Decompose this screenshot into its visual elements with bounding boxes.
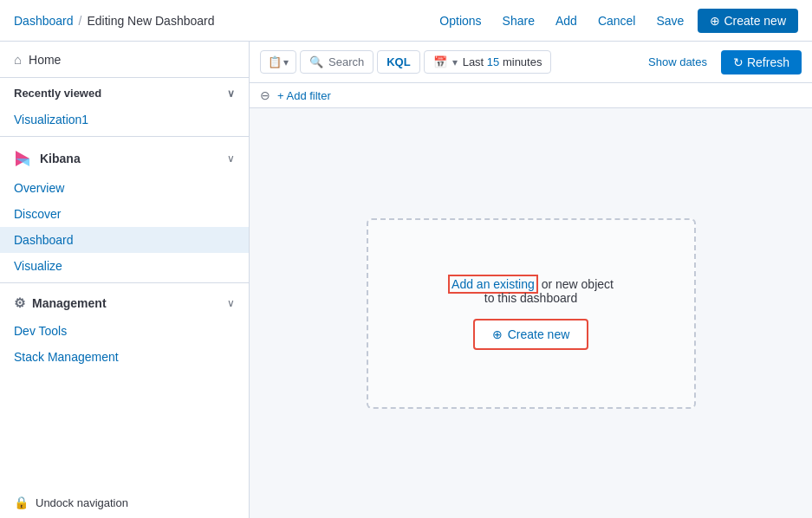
toolbar-left: 📋 ▾ 🔍 Search KQL 📅 ▾ Last 15 minutes [260,50,551,74]
refresh-button[interactable]: ↻ Refresh [721,50,802,74]
kibana-label: Kibana [40,152,81,165]
show-dates-button[interactable]: Show dates [641,55,714,68]
sidebar-item-visualization1[interactable]: Visualization1 [0,107,249,133]
refresh-icon: ↻ [733,55,744,69]
chevron-down-icon-time: ▾ [452,56,458,68]
header-actions: Options Share Add Cancel Save ⊕ Create n… [432,9,798,33]
sidebar: ⌂ Home Recently viewed ∨ Visualization1 … [0,42,250,518]
content-area: 📋 ▾ 🔍 Search KQL 📅 ▾ Last 15 minutes [250,42,812,518]
create-new-panel-button[interactable]: ⊕ Create new [473,319,589,350]
filter-bar: ⊖ + Add filter [250,83,812,108]
search-input-box[interactable]: 🔍 Search [300,50,374,74]
sidebar-home-label: Home [29,53,61,67]
add-button[interactable]: Add [549,9,584,33]
management-section-header[interactable]: ⚙ Management ∨ [0,287,249,318]
sidebar-item-visualize[interactable]: Visualize [0,253,249,279]
calendar-icon: 📅 [433,55,447,68]
recently-viewed-section-header[interactable]: Recently viewed ∨ [0,78,249,107]
create-new-label: Create new [724,14,786,28]
breadcrumb-dashboard-link[interactable]: Dashboard [14,14,74,28]
time-range-picker[interactable]: 📅 ▾ Last 15 minutes [424,50,552,74]
breadcrumb: Dashboard / Editing New Dashboard [14,14,214,28]
lock-icon: 🔒 [14,495,29,509]
kibana-logo-icon [14,149,33,168]
management-title: ⚙ Management [14,295,107,311]
sidebar-item-discover[interactable]: Discover [0,201,249,227]
management-label: Management [32,296,107,310]
time-range-text: Last 15 minutes [463,55,542,68]
create-new-header-button[interactable]: ⊕ Create new [698,9,798,33]
options-button[interactable]: Options [432,9,488,33]
kql-button[interactable]: KQL [377,50,419,74]
plus-circle-icon: ⊕ [492,327,503,341]
or-new-text: or new object [542,277,614,291]
chevron-down-icon-mgmt: ∨ [227,297,235,309]
plus-icon: ⊕ [710,14,720,28]
refresh-label: Refresh [747,55,789,69]
chevron-down-icon-query: ▾ [283,56,289,68]
create-new-panel-label: Create new [508,327,570,341]
save-button[interactable]: Save [649,9,691,33]
to-this-dashboard-text: to this dashboard [484,291,577,305]
empty-dashboard-panel: Add an existing or new object to this da… [367,218,696,409]
filter-icon: ⊖ [260,88,270,102]
toolbar-right: Show dates ↻ Refresh [641,50,802,74]
sidebar-item-stack-management[interactable]: Stack Management [0,344,249,370]
chevron-down-icon: ∨ [227,87,235,100]
query-type-button[interactable]: 📋 ▾ [260,50,296,74]
chevron-down-icon-kibana: ∨ [227,152,235,165]
empty-dashboard-text: Add an existing or new object to this da… [448,277,614,305]
recently-viewed-label: Recently viewed [14,87,101,100]
share-button[interactable]: Share [496,9,542,33]
search-icon: 🔍 [309,55,323,68]
breadcrumb-current: Editing New Dashboard [87,14,214,28]
breadcrumb-separator: / [79,14,82,28]
top-header: Dashboard / Editing New Dashboard Option… [0,0,812,42]
kibana-section-header[interactable]: Kibana ∨ [0,140,249,175]
undock-nav-label: Undock navigation [36,496,128,509]
toolbar: 📋 ▾ 🔍 Search KQL 📅 ▾ Last 15 minutes [250,42,812,83]
gear-icon: ⚙ [14,295,25,311]
add-filter-button[interactable]: + Add filter [277,89,331,102]
sidebar-divider-2 [0,282,249,283]
undock-navigation-button[interactable]: 🔒 Undock navigation [0,487,249,518]
main-layout: ⌂ Home Recently viewed ∨ Visualization1 … [0,42,812,518]
home-icon: ⌂ [14,52,22,67]
sidebar-item-overview[interactable]: Overview [0,175,249,201]
query-icon: 📋 [268,55,282,68]
sidebar-item-dev-tools[interactable]: Dev Tools [0,318,249,344]
cancel-button[interactable]: Cancel [591,9,643,33]
kibana-logo-title: Kibana [14,149,81,168]
sidebar-divider-1 [0,136,249,137]
sidebar-item-home[interactable]: ⌂ Home [0,42,249,78]
sidebar-item-dashboard[interactable]: Dashboard [0,227,249,253]
dashboard-canvas: Add an existing or new object to this da… [250,108,812,518]
search-label: Search [328,55,364,68]
